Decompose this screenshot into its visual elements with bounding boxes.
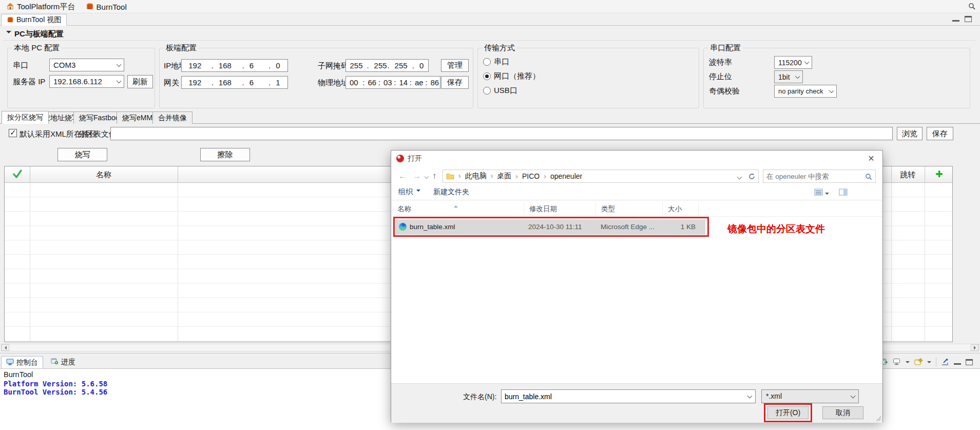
chevron-down-icon [829,88,834,93]
layout-view-icon[interactable] [814,189,823,197]
display-selected-console-icon[interactable] [893,358,901,366]
erase-button[interactable]: 擦除 [200,148,250,161]
dialog-size-column[interactable]: 大小 [663,202,699,216]
up-icon[interactable]: ↑ [432,171,437,181]
new-console-dropdown-icon[interactable] [927,361,931,365]
toolbar-item-burntool[interactable]: BurnTool [82,0,131,13]
dialog-title-bar[interactable]: 打开 ✕ [391,151,882,167]
address-dropdown-icon[interactable] [737,175,742,180]
toolbar-item-toolplatform[interactable]: ToolPlatform平台 [2,0,79,13]
partition-file-input[interactable] [110,127,893,140]
burntool-icon [86,2,94,12]
close-icon[interactable]: ✕ [863,153,879,165]
breadcrumb-pico[interactable]: PICO [511,172,540,180]
chevron-down-icon [795,74,800,79]
minimize-console-icon[interactable] [954,359,961,365]
tab-label: 按分区烧写 [7,113,43,122]
chevron-down-icon [851,394,856,399]
gateway-label: 网关 [164,78,179,88]
ip-octet: 0 [408,61,428,70]
toolbar-item-label: ToolPlatform平台 [17,2,75,12]
select-all-column-header[interactable] [5,166,30,183]
manage-button[interactable]: 管理 [441,59,469,72]
filename-combobox[interactable] [501,389,756,403]
cancel-button[interactable]: 取消 [822,406,863,419]
radio-network[interactable]: 网口（推荐） [483,71,540,81]
tab-progress[interactable]: 进度 [46,356,80,368]
forward-icon[interactable]: → [413,171,421,181]
serial-port-select[interactable]: COM3 [49,59,124,71]
minimize-view-icon[interactable] [952,16,959,22]
display-console-dropdown-icon[interactable] [906,361,910,365]
mac-octet: ae [409,78,425,87]
mac-address-input[interactable]: 00660314ae86 [345,76,440,89]
tab-console[interactable]: 控制台 [1,356,43,368]
board-config-group: 板端配置 IP地址 19216860 网关 19216861 子网掩码 2552… [159,48,473,108]
chevron-down-icon [804,60,809,64]
home-icon [6,2,14,12]
breadcrumb-openeuler[interactable]: openeuler [540,172,582,180]
address-bar[interactable]: 此电脑 桌面 PICO openeuler [443,170,759,183]
open-file-dialog: 打开 ✕ ← → ↑ 此电脑 桌面 PICO openeuler 组织 新建文件… [391,150,883,422]
dialog-toolbar: 组织 新建文件夹 [391,184,882,200]
refresh-icon[interactable] [748,173,756,182]
add-plus-icon[interactable] [935,170,943,179]
save-partition-button[interactable]: 保存 [927,127,953,140]
add-row-column-header[interactable] [925,166,953,183]
green-check-icon [12,170,23,180]
resize-grip[interactable] [876,416,881,421]
gateway-input[interactable]: 19216861 [181,76,288,89]
tab-burntool-view[interactable]: BurnTool 视图 [1,14,67,26]
board-ip-input[interactable]: 19216860 [181,59,288,72]
server-ip-select[interactable]: 192.168.6.112 [49,75,124,88]
burn-button[interactable]: 烧写 [57,148,107,161]
radio-icon [483,87,491,95]
use-xml-path-checkbox[interactable] [9,129,17,137]
dialog-type-column[interactable]: 类型 [596,202,663,216]
parity-select[interactable]: no parity check [774,85,837,98]
config-section-header[interactable]: PC与板端配置 [6,29,64,39]
organize-menu[interactable]: 组织 [398,188,420,197]
maximize-view-icon[interactable] [965,16,972,22]
organize-dropdown-icon [416,190,420,194]
filetype-filter-select[interactable]: *.xml [761,389,859,403]
search-box[interactable] [763,170,876,183]
history-chevron-icon[interactable] [425,175,429,179]
breadcrumb-this-pc[interactable]: 此电脑 [454,172,487,181]
breadcrumb-desktop[interactable]: 桌面 [487,172,512,181]
open-in-new-window-icon[interactable] [941,358,949,366]
filename-input[interactable] [505,391,744,402]
maximize-console-icon[interactable] [966,359,973,365]
dialog-name-column[interactable]: 名称 [392,202,524,216]
progress-icon [51,358,59,366]
open-button[interactable]: 打开(O) [767,406,809,419]
stop-bit-select[interactable]: 1bit [774,70,803,83]
baud-rate-select[interactable]: 115200 [774,56,812,69]
radio-selected-icon [483,72,491,80]
edge-file-icon [399,223,407,231]
local-pc-group: 本地 PC 配置 串口 COM3 服务器 IP 192.168.6.112 刷新 [7,48,155,108]
save-board-button[interactable]: 保存 [441,76,469,89]
radio-serial[interactable]: 串口 [483,57,509,67]
name-column-header[interactable]: 名称 [30,166,178,183]
scroll-right-arrow[interactable] [971,344,978,351]
refresh-button[interactable]: 刷新 [127,75,153,88]
radio-usb[interactable]: USB口 [483,86,517,96]
quick-search-icon[interactable] [968,3,976,12]
back-icon[interactable]: ← [398,171,407,181]
console-line: BurnTool Version: 5.4.56 [4,388,107,396]
preview-pane-icon[interactable] [839,189,848,197]
new-folder-button[interactable]: 新建文件夹 [433,188,469,197]
burntool-app-icon [396,155,404,162]
subnet-mask-input[interactable]: 2552552550 [345,59,429,72]
browse-button[interactable]: 浏览 [897,127,923,140]
file-row-burn-table-xml[interactable]: burn_table.xml 2024-10-30 11:11 Microsof… [395,219,705,235]
jump-column-header[interactable]: 跳转 [891,166,925,183]
tab-merge-image[interactable]: 合并镜像 [152,111,193,124]
dialog-modified-column[interactable]: 修改日期 [524,202,596,216]
layout-dropdown-icon[interactable] [825,193,829,197]
search-input[interactable] [766,171,861,181]
scroll-left-arrow[interactable] [2,344,9,351]
new-console-icon[interactable] [914,358,923,366]
tab-burn-by-partition[interactable]: 按分区烧写 [2,111,49,124]
